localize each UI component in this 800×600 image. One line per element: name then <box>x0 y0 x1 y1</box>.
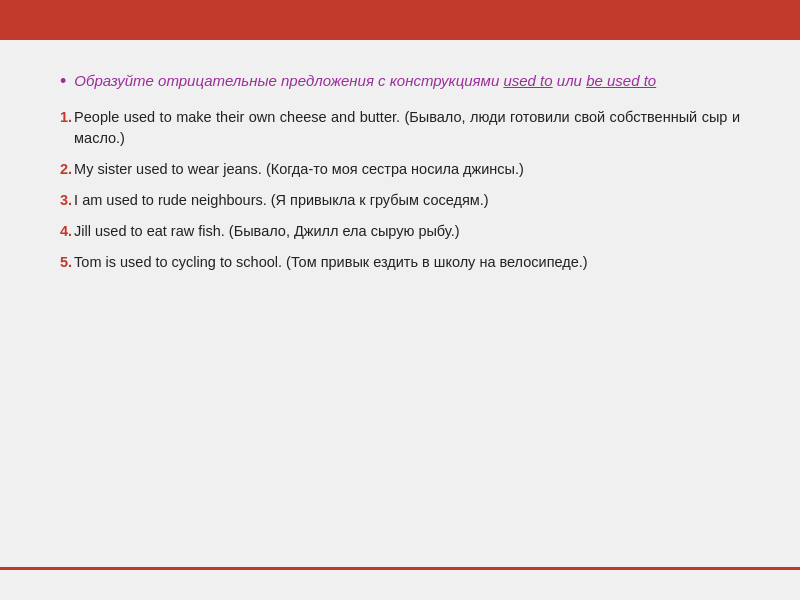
bullet-item: • Образуйте отрицательные предложения с … <box>60 70 740 93</box>
list-item: 4. Jill used to eat raw fish. (Бывало, Д… <box>60 221 740 242</box>
list-text: Tom is used to cycling to school. (Том п… <box>74 252 588 273</box>
list-number: 5. <box>60 252 72 273</box>
content: • Образуйте отрицательные предложения с … <box>0 40 800 600</box>
list-text: People used to make their own cheese and… <box>74 107 740 149</box>
list-item: 2. My sister used to wear jeans. (Когда-… <box>60 159 740 180</box>
bottom-line <box>0 567 800 570</box>
slide: • Образуйте отрицательные предложения с … <box>0 0 800 600</box>
bullet-header: • Образуйте отрицательные предложения с … <box>60 70 740 93</box>
list-text: My sister used to wear jeans. (Когда-то … <box>74 159 524 180</box>
list-text: Jill used to eat raw fish. (Бывало, Джил… <box>74 221 459 242</box>
numbered-list: 1. People used to make their own cheese … <box>60 107 740 283</box>
list-number: 4. <box>60 221 72 242</box>
bullet-header-text: Образуйте отрицательные предложения с ко… <box>74 70 656 91</box>
top-bar <box>0 0 800 40</box>
list-item: 3. I am used to rude neighbours. (Я прив… <box>60 190 740 211</box>
list-text: I am used to rude neighbours. (Я привыкл… <box>74 190 489 211</box>
list-number: 2. <box>60 159 72 180</box>
list-number: 1. <box>60 107 72 128</box>
bullet-dot: • <box>60 70 66 93</box>
list-item: 1. People used to make their own cheese … <box>60 107 740 149</box>
list-number: 3. <box>60 190 72 211</box>
list-item: 5. Tom is used to cycling to school. (То… <box>60 252 740 273</box>
